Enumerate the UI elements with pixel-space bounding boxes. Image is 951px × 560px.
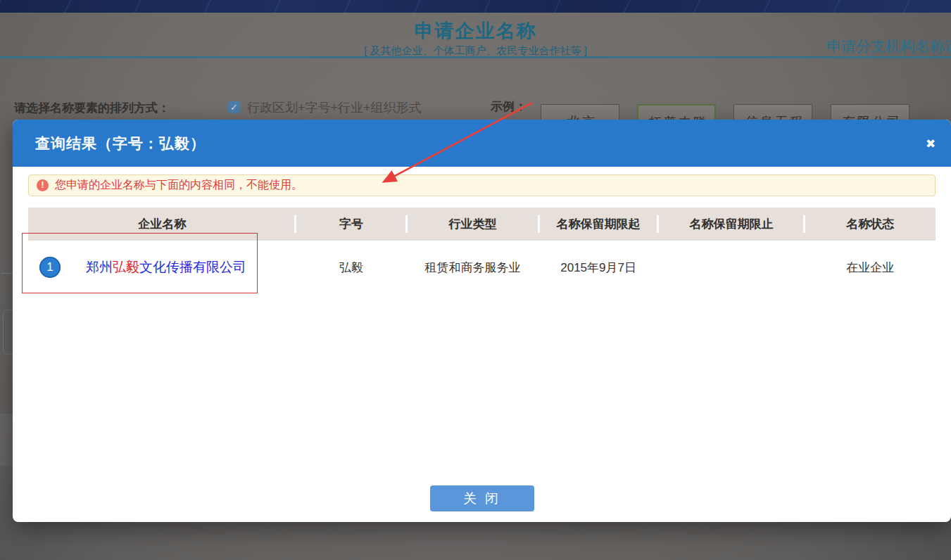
- result-table: 企业名称 字号 行业类型 名称保留期限起 名称保留期限止 名称状态 1 郑州弘毅…: [28, 208, 936, 294]
- warning-icon: !: [37, 179, 49, 191]
- col-header-status: 名称状态: [805, 208, 936, 241]
- example-label: 示例：: [491, 98, 527, 115]
- col-header-industry: 行业类型: [407, 208, 539, 241]
- branch-name-link[interactable]: 申请分支机构名称请: [826, 37, 951, 56]
- col-header-company-name: 企业名称: [28, 208, 296, 241]
- company-name-link[interactable]: 郑州弘毅文化传播有限公司: [86, 258, 246, 276]
- top-navy-banner: [0, 0, 951, 13]
- background-fragment-band: [0, 414, 13, 466]
- warning-text: 您申请的企业名称与下面的内容相同，不能使用。: [55, 178, 303, 193]
- duplicate-name-warning: ! 您申请的企业名称与下面的内容相同，不能使用。: [28, 174, 936, 196]
- company-name-highlight: 弘毅: [113, 260, 139, 274]
- company-name-suffix: 文化传播有限公司: [139, 260, 246, 274]
- company-name-prefix: 郑州: [86, 260, 113, 274]
- query-result-dialog: 查询结果（字号：弘毅） ✖ ! 您申请的企业名称与下面的内容相同，不能使用。 企…: [13, 120, 951, 522]
- col-header-reserve-end: 名称保留期限止: [658, 208, 805, 241]
- reserve-start-cell: 2015年9月7日: [539, 260, 658, 276]
- trade-name-cell: 弘毅: [296, 260, 406, 276]
- table-header-row: 企业名称 字号 行业类型 名称保留期限起 名称保留期限止 名称状态: [28, 208, 936, 241]
- close-button[interactable]: 关 闭: [430, 485, 534, 511]
- company-name-cell: 1 郑州弘毅文化传播有限公司: [28, 257, 296, 278]
- table-row: 1 郑州弘毅文化传播有限公司 弘毅 租赁和商务服务业 2015年9月7日 在业企…: [28, 241, 936, 294]
- industry-cell: 租赁和商务服务业: [407, 260, 539, 276]
- close-icon[interactable]: ✖: [921, 135, 940, 153]
- dialog-title: 查询结果（字号：弘毅）: [35, 134, 206, 153]
- header-divider: [0, 56, 951, 58]
- name-order-checkbox[interactable]: ✓: [228, 101, 240, 113]
- status-cell: 在业企业: [805, 260, 936, 276]
- col-header-trade-name: 字号: [296, 208, 406, 241]
- col-header-reserve-start: 名称保留期限起: [539, 208, 658, 241]
- name-order-option-label: 行政区划+字号+行业+组织形式: [247, 99, 422, 116]
- dialog-header: 查询结果（字号：弘毅） ✖: [13, 120, 951, 167]
- name-order-label: 请选择名称要素的排列方式：: [14, 100, 170, 116]
- page-title: 申请企业名称: [0, 18, 951, 44]
- row-index-badge: 1: [39, 257, 61, 278]
